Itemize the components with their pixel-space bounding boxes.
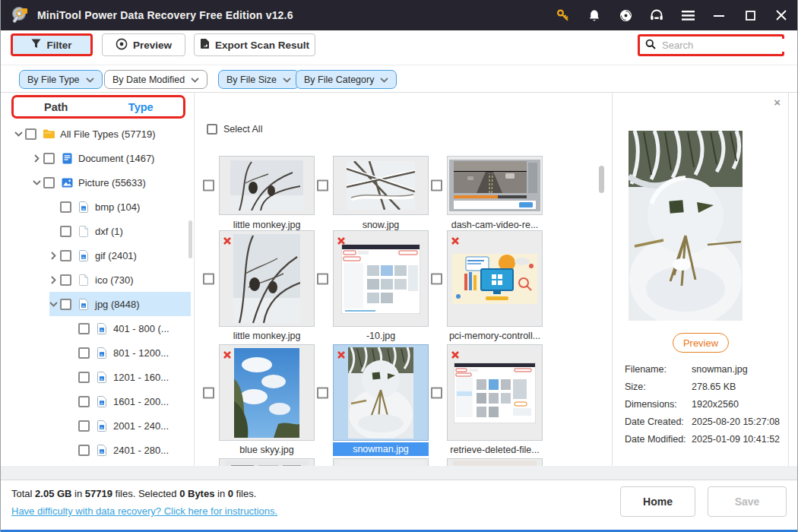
eye-icon	[116, 38, 128, 52]
tree-checkbox[interactable]	[60, 201, 71, 213]
file-item-partial[interactable]	[333, 458, 429, 466]
preview-open-button[interactable]: Preview	[673, 333, 729, 353]
save-button[interactable]: Save	[708, 486, 787, 517]
tree-checkbox[interactable]	[43, 177, 55, 188]
file-icon	[77, 274, 90, 286]
file-item-partial[interactable]	[447, 458, 543, 466]
item-checkbox[interactable]	[317, 180, 328, 192]
tree-item-1601[interactable]: 1601 - 200...	[1, 389, 195, 413]
tree-item-bmp[interactable]: bmp (104)	[1, 195, 195, 219]
tree-item-label: 2001 - 240...	[113, 420, 169, 432]
tree-checkbox[interactable]	[78, 396, 90, 407]
tab-path[interactable]: Path	[14, 97, 99, 116]
chevron-right-icon[interactable]	[46, 252, 60, 260]
close-icon[interactable]	[774, 8, 788, 22]
detail-value: 1920x2560	[692, 399, 739, 410]
chevron-down-icon[interactable]	[30, 180, 43, 185]
content-body: PathType All File Types (57719)Document …	[1, 93, 798, 466]
file-item[interactable]: pci-memory-controll...	[447, 230, 543, 327]
tree-checkbox[interactable]	[78, 445, 90, 456]
tree-item-dxf[interactable]: dxf (1)	[1, 219, 195, 243]
file-item[interactable]: little monkey.jpg	[219, 230, 315, 327]
maximize-icon[interactable]	[743, 8, 757, 22]
filter-button[interactable]: Filter	[11, 33, 93, 56]
filter-chip-by-date-modified[interactable]: By Date Modified	[104, 70, 207, 89]
tree-item-1201[interactable]: 1201 - 160...	[1, 365, 195, 389]
summary-segment: files.	[233, 488, 256, 499]
thumbnail-app-screenshot	[341, 244, 420, 314]
item-checkbox[interactable]	[431, 180, 442, 192]
filter-chip-by-file-size[interactable]: By File Size	[218, 70, 299, 89]
key-icon[interactable]	[556, 8, 570, 22]
search-icon	[645, 39, 656, 52]
tree-item-2001[interactable]: 2001 - 240...	[1, 413, 195, 438]
filter-chip-by-file-category[interactable]: By File Category	[296, 70, 397, 89]
item-checkbox[interactable]	[203, 273, 214, 284]
sidebar: PathType All File Types (57719)Document …	[1, 93, 195, 466]
tree-item-401[interactable]: 401 - 800 (...	[1, 316, 195, 340]
summary-segment: in	[72, 488, 85, 499]
file-item[interactable]: blue skyy.jpg	[219, 344, 315, 441]
tree-checkbox[interactable]	[78, 347, 90, 359]
file-item-selected[interactable]: snowman.jpg	[333, 344, 429, 441]
tree-item-jpg[interactable]: jpg (8448)	[1, 292, 195, 316]
export-scan-result-button[interactable]: Export Scan Result	[194, 33, 315, 56]
filter-bar: By File TypeBy Date ModifiedBy File Size…	[1, 65, 797, 93]
chevron-right-icon[interactable]	[30, 154, 43, 163]
tab-type[interactable]: Type	[99, 97, 184, 116]
file-item-partial[interactable]	[219, 458, 315, 466]
bell-icon[interactable]	[587, 8, 601, 22]
tree-item-gif[interactable]: gif (2401)	[1, 243, 195, 268]
menu-icon[interactable]	[681, 8, 695, 22]
tree-item-ico[interactable]: ico (730)	[1, 268, 195, 292]
item-checkbox[interactable]	[317, 387, 328, 398]
tree-checkbox[interactable]	[60, 299, 71, 310]
file-name: blue skyy.jpg	[239, 445, 293, 455]
select-all-checkbox[interactable]	[207, 124, 217, 135]
chevron-down-icon[interactable]	[11, 131, 25, 137]
tree-checkbox[interactable]	[78, 323, 90, 334]
headset-icon[interactable]	[650, 8, 663, 22]
tree-checkbox[interactable]	[78, 372, 90, 383]
panel-close-icon[interactable]: ×	[774, 96, 781, 109]
item-checkbox[interactable]	[203, 387, 214, 398]
image-file-icon	[95, 323, 109, 334]
item-checkbox[interactable]	[317, 273, 328, 284]
home-button[interactable]: Home	[620, 486, 695, 517]
file-item[interactable]: retrieve-deleted-file...	[447, 344, 543, 441]
tree-checkbox[interactable]	[78, 420, 90, 432]
file-item[interactable]: snow.jpg	[333, 156, 429, 215]
tree-item-2401[interactable]: 2401 - 280...	[1, 438, 195, 462]
file-name: -10.jpg	[366, 331, 395, 341]
item-checkbox[interactable]	[203, 180, 214, 192]
sidebar-scrollbar[interactable]	[188, 220, 192, 258]
chevron-right-icon[interactable]	[46, 276, 60, 284]
tree-item-801[interactable]: 801 - 1200...	[1, 340, 195, 365]
search-input[interactable]	[660, 39, 797, 52]
file-item[interactable]: little monkey.jpg	[219, 156, 315, 215]
tree-checkbox[interactable]	[25, 128, 36, 140]
grid-scrollbar[interactable]	[599, 166, 604, 193]
file-item[interactable]: dash-cam-video-re...	[447, 156, 543, 215]
item-checkbox[interactable]	[431, 387, 442, 398]
preview-button[interactable]: Preview	[102, 33, 185, 56]
titlebar-icons	[556, 8, 788, 22]
filter-chip-by-file-type[interactable]: By File Type	[19, 70, 103, 89]
tree-checkbox[interactable]	[43, 153, 55, 164]
funnel-icon	[31, 39, 41, 51]
tree-item-all[interactable]: All File Types (57719)	[1, 122, 195, 146]
thumbnail-dashcam-video	[449, 160, 540, 211]
item-checkbox[interactable]	[431, 273, 442, 284]
help-link[interactable]: Have difficulty with data recovery? Clic…	[11, 505, 277, 517]
tree-item-document[interactable]: Document (1467)	[1, 146, 195, 170]
minimize-icon[interactable]	[712, 8, 726, 22]
tree-item-label: 1201 - 160...	[113, 372, 169, 383]
tree-checkbox[interactable]	[60, 274, 71, 286]
tree-item-picture[interactable]: Picture (55633)	[1, 170, 195, 195]
chevron-down-icon[interactable]	[46, 302, 60, 307]
disc-icon[interactable]	[619, 8, 632, 22]
tree-checkbox[interactable]	[60, 250, 71, 261]
file-item[interactable]: -10.jpg	[333, 230, 429, 327]
tree-checkbox[interactable]	[60, 226, 71, 237]
preview-button-label: Preview	[133, 40, 172, 51]
